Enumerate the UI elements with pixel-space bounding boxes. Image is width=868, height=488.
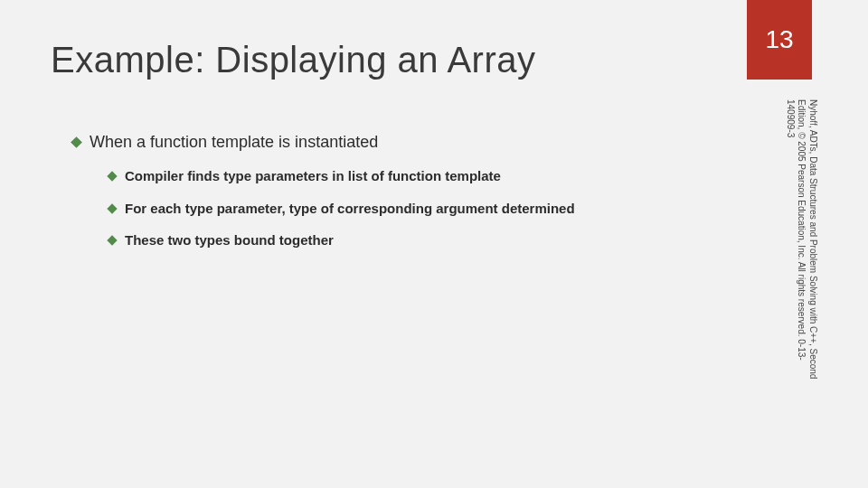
attribution-text: Nyhoff, ADTs, Data Structures and Proble…: [785, 99, 819, 389]
page-number: 13: [765, 25, 793, 54]
page-number-box: 13: [747, 0, 812, 80]
slide: 13 Example: Displaying an Array When a f…: [0, 0, 868, 488]
bullet-text: These two types bound together: [125, 231, 334, 249]
bullet-text: When a function template is instantiated: [90, 132, 378, 153]
bullet-level1: When a function template is instantiated: [72, 132, 760, 153]
slide-content: When a function template is instantiated…: [72, 132, 760, 249]
bullet-text: For each type parameter, type of corresp…: [125, 200, 575, 218]
slide-title: Example: Displaying an Array: [51, 40, 535, 80]
diamond-bullet-icon: [107, 203, 117, 213]
sub-bullets: Compiler finds type parameters in list o…: [108, 167, 760, 249]
diamond-bullet-icon: [71, 136, 82, 148]
bullet-text: Compiler finds type parameters in list o…: [125, 167, 501, 185]
diamond-bullet-icon: [107, 236, 117, 246]
bullet-level2: For each type parameter, type of corresp…: [108, 200, 760, 218]
bullet-level2: Compiler finds type parameters in list o…: [108, 167, 760, 185]
bullet-level2: These two types bound together: [108, 231, 760, 249]
diamond-bullet-icon: [107, 172, 117, 182]
